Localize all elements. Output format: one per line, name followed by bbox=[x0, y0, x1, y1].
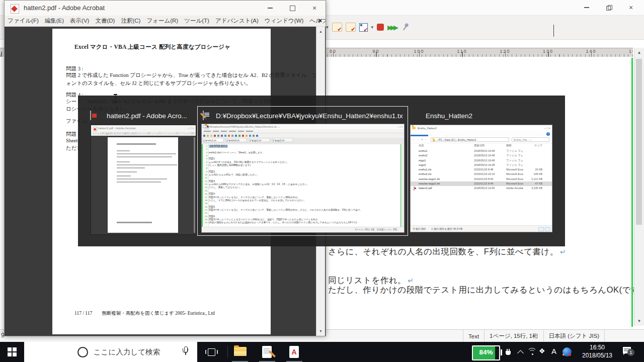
column-type[interactable]: 種類 bbox=[506, 144, 512, 147]
hand-check-multi-icon[interactable] bbox=[346, 23, 356, 32]
minimize-button[interactable] bbox=[259, 1, 281, 16]
view-list-icon[interactable] bbox=[538, 227, 544, 231]
file-row-enshu1.xls[interactable]: enshu1.xls2015/01/15 8:48Microsoft Excel… bbox=[411, 167, 552, 172]
selected-preview-frame[interactable]: D:¥Dropbox¥Lecture¥VBA¥jyokyu¥Enshu_Hatt… bbox=[197, 106, 408, 236]
ruler-number: 110 bbox=[457, 49, 467, 54]
column-name[interactable]: 名前 bbox=[419, 144, 424, 147]
scroll-down-icon[interactable]: ▼ bbox=[316, 329, 325, 333]
thumb-pdf-page bbox=[108, 137, 178, 233]
column-size[interactable]: サイズ bbox=[524, 144, 542, 147]
file-row-enshu2[interactable]: enshu22018/05/13 16:48ファイル フォルダー bbox=[411, 153, 552, 158]
taskbar-explorer-button[interactable] bbox=[229, 342, 251, 362]
menu-フォーム(R)[interactable]: フォーム(R) bbox=[143, 16, 181, 26]
dropbox-icon[interactable]: ❖ bbox=[539, 347, 545, 355]
right-margin-line bbox=[631, 58, 633, 327]
screen: × ▾ ▾ ▶▶▶ 8090100110120130140150 さらに bbox=[0, 0, 644, 362]
nav-arrows-icon: ← → ∨ ↑ bbox=[412, 138, 427, 141]
editor-tab-enshu2.txt[interactable]: enshu2.txt bbox=[226, 138, 247, 142]
taskbar-editor-button[interactable] bbox=[256, 342, 278, 362]
statusbar-doctype: Text bbox=[463, 330, 484, 342]
clock-date: 2018/05/13 bbox=[577, 352, 618, 360]
file-row-execise-sogo1.xls[interactable]: execise-sogo1.xls2010/01/15 8:44Microsof… bbox=[411, 177, 552, 182]
blue-app-icon[interactable] bbox=[562, 347, 572, 356]
pin-icon[interactable] bbox=[400, 22, 411, 33]
minimize-button[interactable] bbox=[576, 0, 598, 15]
view-large-icon[interactable] bbox=[545, 227, 550, 231]
acrobat-menubar: ファイル(F)編集(E)表示(V)文書(D)注釈(C)フォーム(R)ツール(T)… bbox=[5, 16, 326, 27]
file-row-hatten2.pdf[interactable]: hatten2.pdf2018/05/13 16:45Adobe Acrobat… bbox=[411, 186, 552, 191]
close-button[interactable]: × bbox=[620, 0, 642, 15]
editor-tab-enshu1.txt[interactable]: enshu1.txt bbox=[203, 138, 224, 142]
fast-forward-icon[interactable]: ▶▶▶ bbox=[387, 24, 398, 31]
thumb-editor-statusbar: 1ページ, 15行, 1桁 日本語 (シフト JIS) bbox=[202, 227, 404, 232]
taskbar-clock[interactable]: 16:50 2018/05/13 bbox=[577, 344, 618, 359]
pdf-file-icon bbox=[93, 127, 97, 131]
file-row-sogo1[interactable]: sogo12018/05/13 16:48ファイル フォルダー bbox=[411, 158, 552, 163]
ruler-number: 150 bbox=[629, 49, 633, 54]
thumb-editor-text: 1【練習問題 配列】23enshu1.xlsのワークシート「Sheet1」を使用… bbox=[202, 144, 404, 228]
menu-表示(V)[interactable]: 表示(V) bbox=[67, 16, 92, 26]
scroll-down-icon[interactable]: ▼ bbox=[634, 319, 644, 323]
maximize-button[interactable] bbox=[281, 1, 303, 16]
file-row-enshu1[interactable]: enshu12018/05/13 16:48ファイル フォルダー bbox=[411, 149, 552, 153]
menu-ウィンドウ(W)[interactable]: ウィンドウ(W) bbox=[262, 16, 306, 26]
taskbar-acrobat-button[interactable]: A bbox=[283, 342, 305, 362]
acrobat-app-icon bbox=[11, 4, 19, 14]
checkbox-list-icon[interactable] bbox=[359, 23, 368, 32]
menu-アドバンスト(A)[interactable]: アドバンスト(A) bbox=[212, 16, 262, 26]
preview-thumbnail-explorer[interactable]: Enshu_Hatten2 – □ × ファイルホーム共有表示 ? ← → ∨ … bbox=[410, 125, 552, 232]
thumb-explorer-title: Enshu_Hatten2 bbox=[418, 127, 437, 130]
breadcrumb[interactable]: › PC › Data (D:) › Enshu_Hatten2 bbox=[431, 137, 509, 142]
column-date[interactable]: 更新日時 bbox=[474, 144, 485, 147]
stop-icon[interactable] bbox=[377, 24, 384, 31]
document-close-icon[interactable]: × bbox=[318, 17, 322, 24]
battery-indicator[interactable]: 84% bbox=[472, 345, 500, 360]
hidden-icons-chevron[interactable] bbox=[517, 350, 524, 356]
file-row-execise-sogo2.xls[interactable]: execise-sogo2.xls2010/01/15 8:44Microsof… bbox=[411, 182, 552, 186]
menu-文書(D)[interactable]: 文書(D) bbox=[92, 16, 118, 26]
scroll-up-icon[interactable]: ▲ bbox=[634, 50, 644, 55]
microphone-icon[interactable] bbox=[182, 346, 189, 357]
action-center-button[interactable]: 1 bbox=[623, 347, 632, 355]
preview-title-folder: Enshu_Hatten2 bbox=[426, 112, 536, 120]
menu-ヘルプ(H)[interactable]: ヘルプ(H) bbox=[306, 16, 326, 26]
editor-tab-sogo2.txt[interactable]: sogo2.txt bbox=[272, 138, 293, 142]
editor-thumb-lines: 1【練習問題 配列】23enshu1.xlsのワークシート「Sheet1」を使用… bbox=[203, 145, 396, 225]
dropdown-arrow-icon[interactable]: ▾ bbox=[371, 25, 374, 30]
ruler-number: 80 bbox=[330, 49, 337, 54]
hand-check-icon[interactable] bbox=[332, 23, 342, 32]
menu-ツール(T)[interactable]: ツール(T) bbox=[181, 16, 212, 26]
preview-thumbnail-editor[interactable]: D:¥Dropbox¥Lecture¥VBA¥jyokyu¥Enshu_Hatt… bbox=[201, 124, 405, 233]
task-view-button[interactable] bbox=[200, 342, 223, 362]
ime-mode-indicator[interactable]: A bbox=[551, 347, 556, 355]
statusbar-encoding: 日本語 (シフト JIS) bbox=[543, 330, 604, 342]
search-box[interactable]: Enshu_Hat... ⌕ bbox=[512, 137, 549, 142]
menu-ファイル(F)[interactable]: ファイル(F) bbox=[5, 16, 42, 26]
acrobat-titlebar: hatten2.pdf - Adobe Acrobat × bbox=[5, 1, 326, 16]
ruler-number: 120 bbox=[500, 49, 510, 54]
thumb-editor-title: D:¥Dropbox¥Lecture¥VBA¥jyokyu¥Enshu_Hatt… bbox=[207, 125, 373, 128]
editor-scrollbar[interactable]: ▲ ▼ bbox=[634, 48, 644, 326]
text-editor-icon bbox=[203, 125, 206, 128]
dropdown-arrow-icon[interactable]: ▾ bbox=[326, 25, 329, 30]
start-button[interactable] bbox=[0, 342, 24, 362]
restore-button[interactable] bbox=[598, 0, 620, 15]
close-button[interactable]: × bbox=[303, 1, 326, 16]
preview-thumbnail-acrobat[interactable]: hatten2.pdf - Adobe Acrobat – □ × ファイル(F… bbox=[91, 125, 196, 235]
wifi-icon[interactable] bbox=[527, 348, 537, 356]
power-plug-icon[interactable] bbox=[505, 349, 511, 355]
scrollbar-thumb[interactable] bbox=[636, 59, 642, 225]
file-row-sogo2[interactable]: sogo22018/05/13 16:48ファイル フォルダー bbox=[411, 163, 552, 167]
scroll-up-icon[interactable]: ▲ bbox=[316, 30, 325, 33]
file-row-enshu2.xls[interactable]: enshu2.xls2015/01/19 20:19Microsoft Exce… bbox=[411, 172, 552, 176]
editor-tab-sogo1.txt[interactable]: sogo1.txt bbox=[249, 138, 270, 142]
ruler-number: 100 bbox=[414, 49, 424, 54]
task-switcher-overlay: hatten2.pdf - Adobe Acro... hatten2.pdf … bbox=[78, 96, 565, 246]
taskbar-search[interactable]: ここに入力して検索 bbox=[24, 342, 197, 362]
text-editor-icon bbox=[262, 346, 272, 358]
menu-編集(E)[interactable]: 編集(E) bbox=[42, 16, 67, 26]
menu-注釈(C)[interactable]: 注釈(C) bbox=[118, 16, 143, 26]
editor-text-line: ただし、作りかけの段階でテスト用に出力してみるというのはもちろんOK(です) ↵ bbox=[328, 285, 644, 296]
thumb-acrobat-menubar: ファイル(F) 編集(E) 表示(V) 文書(D) 注釈(C) フォーム(R) … bbox=[91, 132, 196, 136]
pdf-file-icon bbox=[414, 187, 415, 191]
